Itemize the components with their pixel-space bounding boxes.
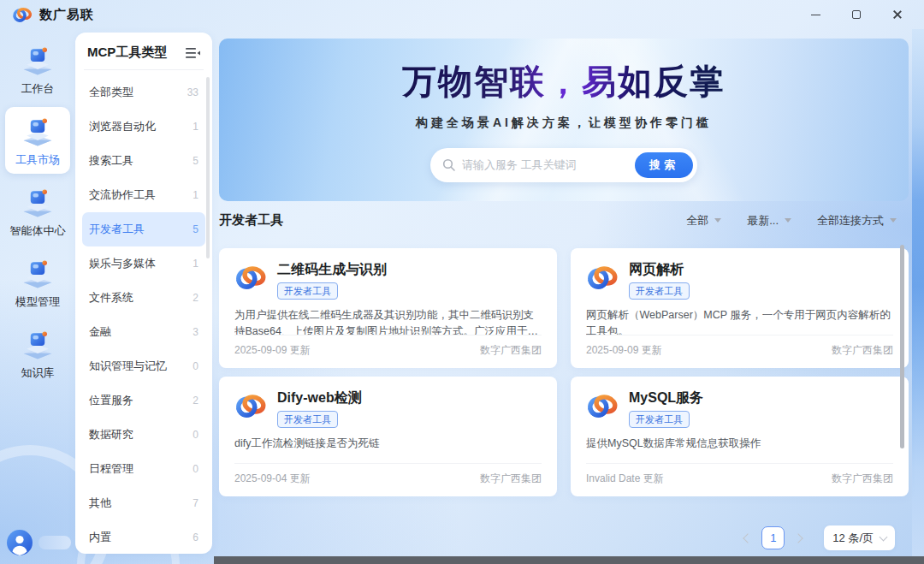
main-scrollbar[interactable]	[900, 245, 904, 448]
category-item-other[interactable]: 其他 7	[82, 486, 205, 520]
model-management-icon	[19, 256, 56, 292]
filter-label: 最新...	[747, 213, 779, 229]
filters: 全部 最新... 全部连接方式	[686, 213, 909, 229]
category-list: 全部类型 33 浏览器自动化 1 搜索工具 5 交流协作工具 1 开发者工具 5…	[75, 70, 212, 554]
prev-page-icon[interactable]	[743, 533, 753, 543]
category-count: 5	[192, 155, 198, 167]
nav-item-workbench[interactable]: 工作台	[5, 36, 70, 103]
nav-item-agent-center[interactable]: 智能体中心	[5, 178, 70, 245]
category-count: 6	[192, 531, 198, 543]
filter-label: 全部	[686, 213, 708, 229]
user-avatar[interactable]	[7, 530, 33, 555]
category-item-finance[interactable]: 金融 3	[82, 315, 205, 349]
chevron-down-icon	[890, 218, 897, 223]
minimize-button[interactable]	[809, 9, 821, 21]
tool-logo-icon	[586, 263, 619, 292]
maximize-button[interactable]	[850, 9, 862, 21]
category-label: 金融	[89, 324, 111, 340]
category-count: 1	[192, 121, 198, 133]
category-panel-title: MCP工具类型	[87, 45, 167, 61]
page-number-button[interactable]: 1	[761, 526, 785, 549]
tool-title: 二维码生成与识别	[277, 261, 387, 279]
category-label: 交流协作工具	[89, 187, 156, 203]
tool-card-qrcode[interactable]: 二维码生成与识别 开发者工具 为用户提供在线二维码生成器及其识别功能，其中二维码…	[219, 248, 557, 368]
category-item-all[interactable]: 全部类型 33	[82, 75, 205, 110]
tool-title: MySQL服务	[629, 389, 703, 407]
search-icon	[442, 158, 456, 172]
tool-description: 提供MySQL数据库常规信息获取操作	[586, 436, 893, 452]
category-scrollbar[interactable]	[206, 77, 210, 258]
tool-updated: Invalid Date 更新	[586, 472, 664, 486]
page-size-value: 12 条/页	[832, 531, 874, 546]
next-page-icon[interactable]	[794, 533, 803, 543]
category-item-developer-tools[interactable]: 开发者工具 5	[82, 212, 205, 246]
category-item-location-services[interactable]: 位置服务 2	[82, 383, 205, 418]
page-size-select[interactable]: 12 条/页	[824, 525, 895, 550]
category-label: 娱乐与多媒体	[89, 256, 156, 271]
category-label: 文件系统	[89, 290, 133, 306]
close-icon	[892, 9, 903, 20]
tool-card-dify-web-check[interactable]: Dify-web检测 开发者工具 dify工作流检测链接是否为死链 2025-0…	[219, 377, 557, 496]
category-item-builtin[interactable]: 内置 6	[82, 520, 205, 554]
category-count: 1	[192, 258, 198, 270]
category-count: 33	[187, 86, 198, 98]
tool-title: 网页解析	[629, 261, 690, 279]
tool-updated: 2025-09-04 更新	[234, 472, 311, 486]
category-item-data-research[interactable]: 数据研究 0	[82, 418, 205, 452]
chevron-down-icon	[880, 532, 888, 541]
category-panel-header: MCP工具类型	[75, 33, 212, 69]
minimize-icon	[811, 15, 820, 15]
category-count: 3	[192, 326, 198, 338]
main-content: 万物智联，易如反掌 构建全场景AI解决方案，让模型协作零门槛 搜索 开发者工具 …	[219, 39, 909, 550]
category-count: 1	[192, 189, 198, 201]
filter-all-dropdown[interactable]: 全部	[686, 213, 721, 229]
tool-card-webparser[interactable]: 网页解析 开发者工具 网页解析（WebParser）MCP 服务，一个专用于网页…	[571, 248, 909, 368]
app-title: 数广易联	[39, 7, 94, 23]
category-count: 0	[192, 360, 198, 372]
search-button[interactable]: 搜索	[635, 152, 693, 178]
user-block	[7, 530, 71, 555]
section-header-row: 开发者工具 全部 最新... 全部连接方式	[219, 212, 909, 229]
tool-org: 数字广西集团	[480, 472, 542, 486]
chevron-down-icon	[785, 218, 791, 223]
filter-connection-type-dropdown[interactable]: 全部连接方式	[817, 213, 897, 229]
category-item-schedule-management[interactable]: 日程管理 0	[82, 452, 205, 486]
window-controls	[809, 9, 912, 21]
filter-newest-dropdown[interactable]: 最新...	[747, 213, 791, 229]
app-logo-icon	[12, 6, 33, 23]
category-item-collaboration-tools[interactable]: 交流协作工具 1	[82, 178, 205, 212]
user-status-pill	[38, 536, 71, 549]
tool-card-mysql[interactable]: MySQL服务 开发者工具 提供MySQL数据库常规信息获取操作 Invalid…	[571, 377, 909, 496]
pagination: 1 12 条/页	[219, 525, 909, 550]
nav-item-knowledge-base[interactable]: 知识库	[5, 320, 70, 387]
tool-market-icon	[19, 114, 56, 150]
section-title: 开发者工具	[219, 212, 283, 229]
tool-card-grid: 二维码生成与识别 开发者工具 为用户提供在线二维码生成器及其识别功能，其中二维码…	[219, 248, 909, 496]
tool-tag: 开发者工具	[277, 411, 338, 428]
chevron-down-icon	[714, 218, 721, 223]
panel-collapse-icon[interactable]	[186, 47, 200, 59]
search-input[interactable]	[462, 158, 635, 171]
category-item-search-tools[interactable]: 搜索工具 5	[82, 144, 205, 178]
nav-item-model-management[interactable]: 模型管理	[5, 249, 70, 316]
category-item-entertainment-media[interactable]: 娱乐与多媒体 1	[82, 246, 205, 281]
tool-tag: 开发者工具	[277, 282, 338, 300]
category-label: 数据研究	[89, 427, 133, 442]
category-label: 搜索工具	[89, 153, 133, 169]
tool-org: 数字广西集团	[832, 472, 893, 486]
category-item-file-system[interactable]: 文件系统 2	[82, 281, 205, 315]
category-label: 其他	[89, 496, 111, 511]
category-item-knowledge-memory[interactable]: 知识管理与记忆 0	[82, 349, 205, 383]
nav-item-label: 工具市场	[15, 152, 60, 168]
category-count: 2	[192, 292, 198, 304]
close-button[interactable]	[891, 9, 903, 21]
category-count: 2	[192, 395, 198, 407]
window-edge-gradient	[912, 29, 924, 564]
category-panel: MCP工具类型 全部类型 33 浏览器自动化 1 搜索工具 5 交流协作工具 1…	[75, 33, 212, 554]
category-label: 开发者工具	[89, 222, 145, 237]
category-item-browser-automation[interactable]: 浏览器自动化 1	[82, 110, 205, 144]
filter-label: 全部连接方式	[817, 213, 884, 229]
nav-item-tool-market[interactable]: 工具市场	[5, 107, 70, 174]
background-window-strip	[214, 556, 924, 564]
tool-title: Dify-web检测	[277, 389, 362, 407]
